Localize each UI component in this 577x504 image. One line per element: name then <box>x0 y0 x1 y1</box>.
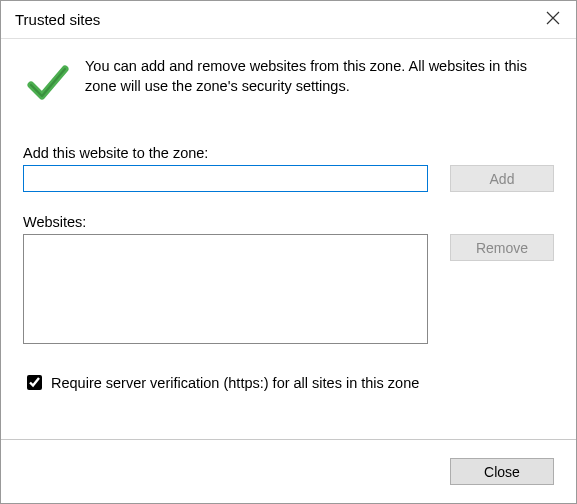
close-button[interactable]: Close <box>450 458 554 485</box>
window-close-button[interactable] <box>530 1 576 38</box>
websites-row: Remove <box>23 234 554 344</box>
add-row: Add <box>23 165 554 192</box>
window-title: Trusted sites <box>15 11 530 28</box>
require-https-label: Require server verification (https:) for… <box>51 375 419 391</box>
close-icon <box>546 11 560 28</box>
websites-label: Websites: <box>23 214 554 230</box>
website-input[interactable] <box>23 165 428 192</box>
titlebar: Trusted sites <box>1 1 576 39</box>
websites-listbox[interactable] <box>23 234 428 344</box>
checkmark-icon <box>23 57 71 105</box>
trusted-sites-dialog: Trusted sites You can add and remove web… <box>0 0 577 504</box>
dialog-footer: Close <box>1 439 576 503</box>
require-https-row[interactable]: Require server verification (https:) for… <box>23 372 554 393</box>
add-button[interactable]: Add <box>450 165 554 192</box>
dialog-content: You can add and remove websites from thi… <box>1 39 576 439</box>
require-https-checkbox[interactable] <box>27 375 42 390</box>
add-website-label: Add this website to the zone: <box>23 145 554 161</box>
remove-button[interactable]: Remove <box>450 234 554 261</box>
intro-row: You can add and remove websites from thi… <box>23 57 554 105</box>
intro-text: You can add and remove websites from thi… <box>85 57 554 105</box>
